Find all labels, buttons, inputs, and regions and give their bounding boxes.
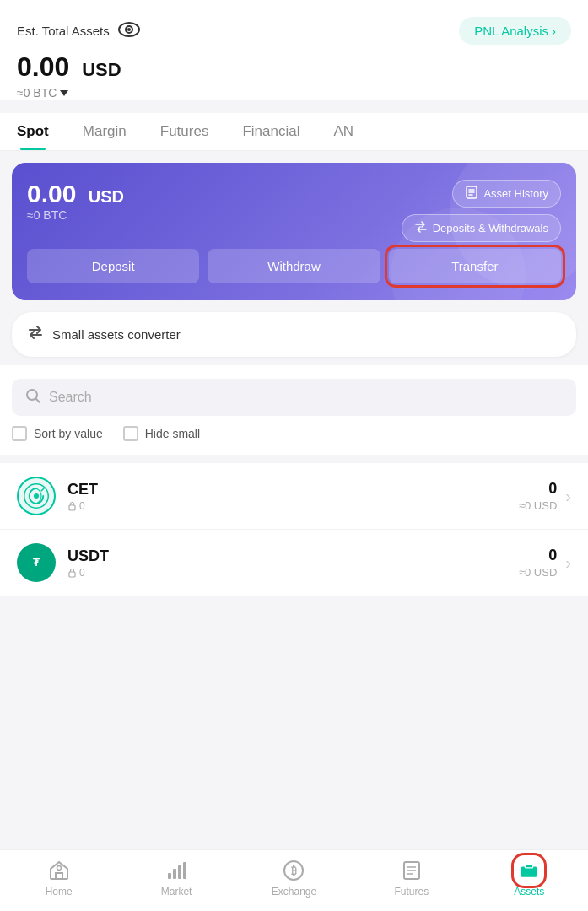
usdt-chevron-icon: › xyxy=(565,553,571,573)
cet-logo xyxy=(17,477,56,515)
usdt-value: 0 ≈0 USD xyxy=(519,547,557,579)
svg-rect-14 xyxy=(69,572,75,577)
cet-value: 0 ≈0 USD xyxy=(519,480,557,512)
nav-market-label: Market xyxy=(161,886,192,898)
tab-an-label: AN xyxy=(333,123,353,139)
btc-approx-value: ≈0 BTC xyxy=(17,86,57,100)
assets-icon xyxy=(517,859,541,882)
tab-an[interactable]: AN xyxy=(316,113,370,150)
svg-rect-18 xyxy=(173,869,176,879)
nav-exchange-label: Exchange xyxy=(272,886,316,898)
exchange-icon: ₿ xyxy=(282,859,305,882)
svg-line-8 xyxy=(36,399,40,402)
sort-by-value-label: Sort by value xyxy=(34,427,103,440)
nav-item-home[interactable]: Home xyxy=(34,859,84,898)
usdt-info: USDT 0 xyxy=(67,547,519,579)
history-icon xyxy=(465,186,478,202)
nav-item-assets[interactable]: Assets xyxy=(504,859,554,898)
usdt-locked: 0 xyxy=(67,567,519,579)
svg-rect-31 xyxy=(533,869,536,871)
nav-assets-label: Assets xyxy=(514,886,544,898)
small-assets-converter[interactable]: Small assets converter xyxy=(12,312,576,357)
tab-spot[interactable]: Spot xyxy=(0,113,66,150)
total-assets-value: 0.00 USD xyxy=(17,51,571,83)
cet-symbol: CET xyxy=(67,481,519,499)
card-amount-section: 0.00 USD ≈0 BTC xyxy=(27,180,124,234)
asset-card: 0.00 USD ≈0 BTC Asset History xyxy=(12,163,576,300)
asset-item-usdt[interactable]: ₮ USDT 0 0 ≈0 USD › xyxy=(0,530,588,596)
bottom-nav: Home Market ₿ Exchange xyxy=(0,849,588,911)
eye-icon[interactable] xyxy=(118,22,140,40)
tab-futures[interactable]: Futures xyxy=(143,113,226,150)
tab-financial[interactable]: Financial xyxy=(225,113,316,150)
deposit-button[interactable]: Deposit xyxy=(27,249,199,283)
tab-margin[interactable]: Margin xyxy=(66,113,143,150)
deposits-withdrawals-button[interactable]: Deposits & Withdrawals xyxy=(402,214,561,242)
transfer-btn-label: Transfer xyxy=(451,259,498,273)
hide-small-checkbox[interactable]: Hide small xyxy=(123,426,200,441)
asset-item-cet[interactable]: CET 0 0 ≈0 USD › xyxy=(0,463,588,530)
svg-rect-30 xyxy=(523,869,526,871)
total-currency: USD xyxy=(82,59,121,80)
nav-futures-label: Futures xyxy=(395,886,429,898)
card-total-value: 0.00 USD xyxy=(27,180,124,208)
svg-rect-3 xyxy=(467,186,477,198)
pnl-btn-label: PNL Analysis xyxy=(474,24,548,38)
svg-rect-28 xyxy=(526,864,533,868)
asset-history-button[interactable]: Asset History xyxy=(452,180,561,208)
sort-by-value-box[interactable] xyxy=(12,426,27,441)
usdt-symbol: USDT xyxy=(67,547,519,565)
card-top: 0.00 USD ≈0 BTC Asset History xyxy=(27,180,561,242)
nav-item-market[interactable]: Market xyxy=(151,859,202,898)
deposits-icon xyxy=(414,220,428,236)
cet-chevron-icon: › xyxy=(565,487,571,506)
svg-rect-29 xyxy=(527,870,531,873)
svg-rect-11 xyxy=(69,505,75,510)
card-currency: USD xyxy=(89,187,124,206)
search-section: Sort by value Hide small xyxy=(0,365,588,455)
est-label-text: Est. Total Assets xyxy=(17,24,110,38)
svg-rect-15 xyxy=(56,873,62,879)
cet-locked: 0 xyxy=(67,500,519,512)
checkboxes-row: Sort by value Hide small xyxy=(12,426,576,446)
sort-by-value-checkbox[interactable]: Sort by value xyxy=(12,426,103,441)
svg-rect-20 xyxy=(183,862,186,879)
svg-point-7 xyxy=(27,390,37,400)
home-icon xyxy=(47,859,71,882)
svg-text:₿: ₿ xyxy=(291,865,297,877)
dropdown-arrow-icon[interactable] xyxy=(60,90,68,96)
tab-financial-label: Financial xyxy=(242,123,299,139)
withdraw-button[interactable]: Withdraw xyxy=(208,249,380,283)
btc-approx: ≈0 BTC xyxy=(17,86,571,100)
market-icon xyxy=(165,859,188,882)
deposits-btn-label: Deposits & Withdrawals xyxy=(433,222,548,234)
est-total-label: Est. Total Assets xyxy=(17,22,140,40)
pnl-analysis-button[interactable]: PNL Analysis › xyxy=(459,17,571,45)
usdt-usd: ≈0 USD xyxy=(519,566,557,579)
search-box xyxy=(12,379,576,416)
usdt-balance: 0 xyxy=(519,547,557,564)
nav-item-futures[interactable]: Futures xyxy=(386,859,437,898)
tab-bar: Spot Margin Futures Financial AN xyxy=(0,113,588,151)
nav-home-label: Home xyxy=(46,886,73,898)
svg-rect-17 xyxy=(168,873,171,879)
nav-item-exchange[interactable]: ₿ Exchange xyxy=(268,859,319,898)
futures-icon xyxy=(400,859,423,882)
withdraw-btn-label: Withdraw xyxy=(267,259,321,273)
header: Est. Total Assets PNL Analysis › 0.00 US… xyxy=(0,0,588,100)
hide-small-box[interactable] xyxy=(123,426,138,441)
transfer-button[interactable]: Transfer xyxy=(389,249,561,283)
usdt-locked-value: 0 xyxy=(79,567,85,579)
search-input[interactable] xyxy=(49,390,563,405)
card-actions: Asset History Deposits & Withdrawals xyxy=(402,180,561,242)
tab-margin-label: Margin xyxy=(83,123,127,139)
converter-label: Small assets converter xyxy=(52,327,181,342)
svg-rect-19 xyxy=(178,865,181,879)
chevron-right-icon: › xyxy=(552,24,556,38)
svg-text:₮: ₮ xyxy=(33,557,40,569)
cet-locked-value: 0 xyxy=(79,500,85,512)
cet-info: CET 0 xyxy=(67,481,519,512)
hide-small-label: Hide small xyxy=(145,427,200,440)
asset-history-label: Asset History xyxy=(483,187,548,200)
asset-list: CET 0 0 ≈0 USD › ₮ USDT xyxy=(0,463,588,596)
